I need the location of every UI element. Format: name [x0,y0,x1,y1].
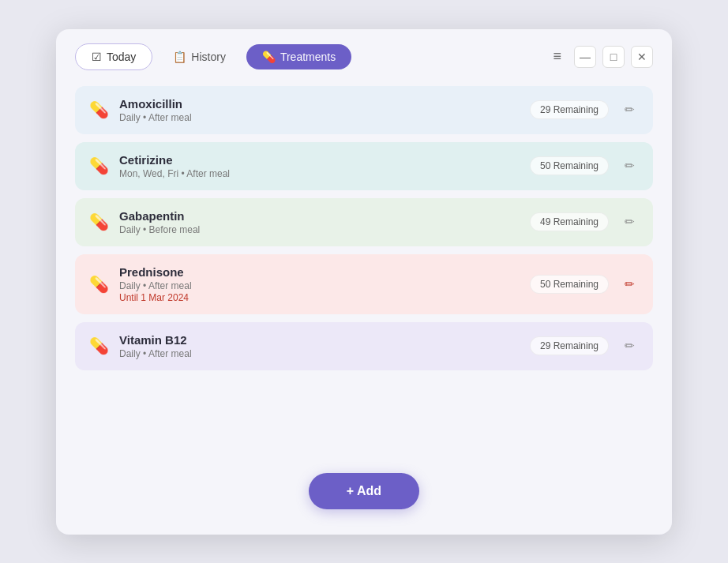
titlebar: ☑ Today 📋 History 💊 Treatments ≡ — □ [56,29,672,70]
edit-button[interactable]: ✏ [618,211,640,233]
add-button[interactable]: + Add [309,473,419,509]
medication-card-prednisone: 💊 Prednisone Daily • After meal Until 1 … [75,254,653,314]
maximize-button[interactable]: □ [602,46,625,68]
med-name: Gabapentin [119,209,520,223]
medications-list: 💊 Amoxicillin Daily • After meal 29 Rema… [56,70,672,460]
remaining-badge: 50 Remaining [530,156,609,175]
pill-icon: 💊 [88,336,110,355]
footer: + Add [56,460,672,535]
add-button-label: + Add [347,484,381,498]
pill-icon: 💊 [88,212,110,231]
tab-today[interactable]: ☑ Today [75,43,152,70]
med-info: Vitamin B12 Daily • After meal [119,333,520,359]
med-name: Amoxicillin [119,97,520,111]
window-controls: — □ ✕ [574,46,653,68]
med-name: Cetirizine [119,153,520,167]
med-schedule: Daily • Before meal [119,224,520,235]
treatments-icon: 💊 [262,51,276,63]
history-icon: 📋 [173,51,186,63]
tab-treatments-label: Treatments [280,51,336,63]
menu-button[interactable]: ≡ [546,45,568,68]
edit-button[interactable]: ✏ [618,335,640,357]
remaining-badge: 49 Remaining [530,212,609,231]
pill-icon: 💊 [88,100,110,119]
med-info: Prednisone Daily • After meal Until 1 Ma… [119,265,520,303]
medication-card-vitaminb12: 💊 Vitamin B12 Daily • After meal 29 Rema… [75,322,653,370]
med-name: Prednisone [119,265,520,279]
medication-card-amoxicillin: 💊 Amoxicillin Daily • After meal 29 Rema… [75,86,653,134]
tab-history[interactable]: 📋 History [157,44,242,69]
minimize-button[interactable]: — [574,46,596,68]
med-schedule: Daily • After meal [119,112,520,123]
pill-icon: 💊 [88,275,110,294]
app-window: ☑ Today 📋 History 💊 Treatments ≡ — □ [56,29,672,535]
remaining-badge: 29 Remaining [530,100,609,119]
medication-card-gabapentin: 💊 Gabapentin Daily • Before meal 49 Rema… [75,198,653,246]
med-info: Amoxicillin Daily • After meal [119,97,520,123]
med-name: Vitamin B12 [119,333,520,347]
med-schedule: Daily • After meal [119,280,520,291]
edit-button[interactable]: ✏ [618,273,640,295]
edit-button[interactable]: ✏ [618,155,640,177]
today-icon: ☑ [92,51,102,63]
remaining-badge: 50 Remaining [530,275,609,294]
med-schedule: Mon, Wed, Fri • After meal [119,168,520,179]
med-info: Cetirizine Mon, Wed, Fri • After meal [119,153,520,179]
med-schedule: Daily • After meal [119,348,520,359]
tab-bar: ☑ Today 📋 History 💊 Treatments [75,43,351,70]
remaining-badge: 29 Remaining [530,336,609,355]
tab-today-label: Today [107,51,136,63]
med-info: Gabapentin Daily • Before meal [119,209,520,235]
med-until: Until 1 Mar 2024 [119,292,520,303]
close-button[interactable]: ✕ [631,46,653,68]
tab-treatments[interactable]: 💊 Treatments [246,44,351,69]
edit-button[interactable]: ✏ [618,99,640,121]
medication-card-cetirizine: 💊 Cetirizine Mon, Wed, Fri • After meal … [75,142,653,190]
pill-icon: 💊 [88,156,110,175]
tab-history-label: History [191,51,226,63]
